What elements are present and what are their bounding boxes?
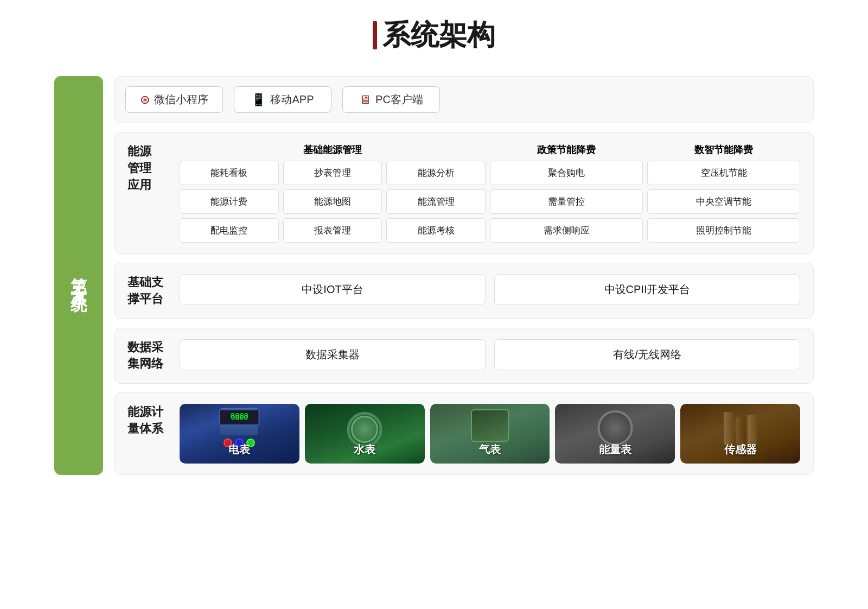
- cell-energy-audit: 能源考核: [386, 218, 486, 243]
- cell-air-compressor: 空压机节能: [647, 161, 800, 185]
- mobile-icon: 📱: [251, 93, 266, 107]
- platform-iot: 中设IOT平台: [180, 274, 486, 305]
- meter-section: 能源计量体系 0000 电表: [114, 392, 814, 475]
- wechat-icon: ⊛: [140, 93, 150, 107]
- sidebar-label: 第三方系统: [71, 265, 87, 287]
- energy-section: 能源管理应用 基础能源管理 政策节能降费 数智节能降费: [114, 132, 814, 254]
- energy-grid: 能耗看板 能源计费 配电监控 抄表管理 能源地图 报表管理 能源分析: [180, 161, 800, 243]
- access-app-label: 移动APP: [270, 92, 314, 107]
- access-app[interactable]: 📱 移动APP: [234, 86, 331, 113]
- header-digital: 数智节能降费: [694, 144, 753, 155]
- pipe2: [736, 417, 745, 445]
- meter-water: 水表: [305, 404, 425, 464]
- header-policy: 政策节能降费: [537, 144, 596, 155]
- meter-electric-label: 电表: [228, 442, 250, 464]
- access-row: ⊛ 微信小程序 📱 移动APP 🖥 PC客户端: [114, 76, 814, 123]
- meter-gas: 气表: [430, 404, 550, 464]
- sensor-pipes: [724, 412, 757, 445]
- energy-section-label: 能源管理应用: [127, 143, 171, 193]
- header-digital-wrap: 数智节能降费: [647, 143, 800, 156]
- water-gauge-inner: [351, 416, 378, 443]
- meter-water-label: 水表: [354, 442, 375, 464]
- meter-sensor-label: 传感器: [724, 442, 757, 464]
- cell-report: 报表管理: [283, 218, 382, 243]
- title-text: 系统架构: [382, 16, 495, 54]
- meter-gas-label: 气表: [479, 442, 501, 464]
- cell-meter-read: 抄表管理: [283, 161, 382, 185]
- cell-energy-kanban: 能耗看板: [180, 161, 279, 185]
- cell-purchase: 聚合购电: [490, 161, 643, 185]
- left-sidebar: 第三方系统: [54, 76, 103, 475]
- energy-gauge: [597, 410, 633, 446]
- cell-elec-monitor: 配电监控: [180, 218, 279, 243]
- energy-content: 基础能源管理 政策节能降费 数智节能降费: [180, 143, 800, 243]
- cell-energy-map: 能源地图: [283, 189, 382, 214]
- cell-hvac: 中央空调节能: [647, 189, 800, 214]
- pc-icon: 🖥: [359, 93, 371, 107]
- cell-energy-flow: 能流管理: [386, 189, 486, 214]
- access-pc[interactable]: 🖥 PC客户端: [342, 86, 440, 113]
- access-pc-label: PC客户端: [375, 92, 423, 107]
- platform-cpii: 中设CPII开发平台: [494, 274, 800, 305]
- policy-col: 聚合购电 需量管控 需求侧响应: [490, 161, 643, 243]
- page-container: 系统架构 第三方系统 ⊛ 微信小程序 📱 移动APP 🖥 P: [54, 16, 814, 475]
- energy-headers: 基础能源管理 政策节能降费 数智节能降费: [180, 143, 800, 156]
- header-basic: 基础能源管理: [303, 144, 362, 155]
- meter-content: 0000 电表 水表: [180, 404, 800, 464]
- network-section: 数据采集网络 数据采集器 有线/无线网络: [114, 328, 814, 384]
- basic-col2: 抄表管理 能源地图 报表管理: [283, 161, 382, 243]
- network-content: 数据采集器 有线/无线网络: [180, 339, 800, 370]
- platform-section: 基础支撑平台 中设IOT平台 中设CPII开发平台: [114, 263, 814, 319]
- basic-cols: 能耗看板 能源计费 配电监控 抄表管理 能源地图 报表管理 能源分析: [180, 161, 486, 243]
- header-policy-wrap: 政策节能降费: [490, 143, 643, 156]
- cell-energy-analysis: 能源分析: [386, 161, 486, 185]
- pipe1: [724, 412, 733, 445]
- cell-lighting: 照明控制节能: [647, 218, 800, 243]
- cell-demand-response: 需求侧响应: [490, 218, 643, 243]
- meter-label: 能源计量体系: [127, 404, 171, 437]
- cell-demand-ctrl: 需量管控: [490, 189, 643, 214]
- pipe3: [748, 415, 757, 445]
- basic-col3: 能源分析 能流管理 能源考核: [386, 161, 486, 243]
- basic-col1: 能耗看板 能源计费 配电监控: [180, 161, 279, 243]
- gas-body: [471, 409, 509, 442]
- meter-electric: 0000 电表: [180, 404, 299, 464]
- right-content: ⊛ 微信小程序 📱 移动APP 🖥 PC客户端 能源管理应用: [103, 76, 814, 475]
- title-bar-decoration: [373, 21, 377, 49]
- digital-col: 空压机节能 中央空调节能 照明控制节能: [647, 161, 800, 243]
- cell-energy-billing: 能源计费: [180, 189, 279, 214]
- meter-energy: 能量表: [555, 404, 675, 464]
- meter-sensor: 传感器: [680, 404, 800, 464]
- platform-label: 基础支撑平台: [127, 274, 171, 308]
- main-layout: 第三方系统 ⊛ 微信小程序 📱 移动APP 🖥 PC客户端: [54, 76, 814, 475]
- network-collector: 数据采集器: [180, 339, 486, 370]
- access-wechat[interactable]: ⊛ 微信小程序: [125, 86, 223, 113]
- title-wrap: 系统架构: [54, 16, 814, 54]
- network-wireless: 有线/无线网络: [494, 339, 800, 370]
- access-wechat-label: 微信小程序: [154, 92, 208, 107]
- header-spacer: 基础能源管理: [180, 143, 486, 156]
- meter-display: 0000: [219, 409, 260, 426]
- meter-energy-label: 能量表: [599, 442, 631, 464]
- network-label: 数据采集网络: [127, 339, 171, 373]
- platform-content: 中设IOT平台 中设CPII开发平台: [180, 274, 800, 305]
- page-title: 系统架构: [373, 16, 495, 54]
